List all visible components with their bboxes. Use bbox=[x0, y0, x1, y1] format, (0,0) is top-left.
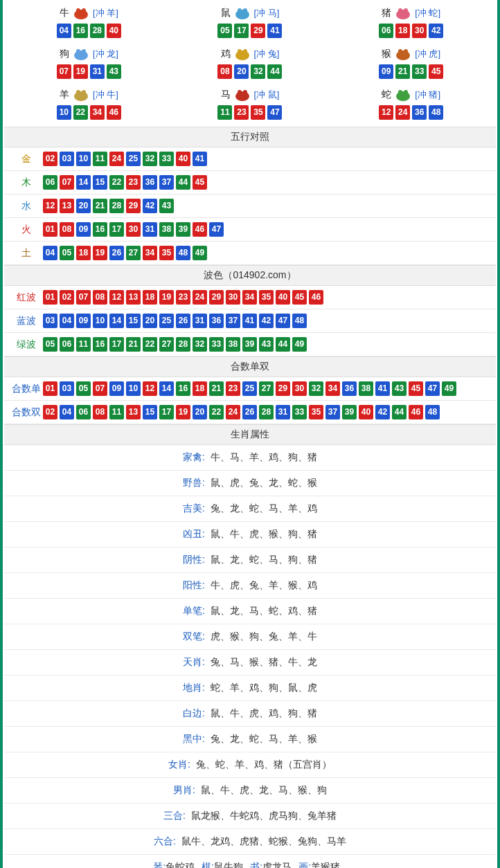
ball: 29 bbox=[126, 199, 141, 213]
ball: 15 bbox=[126, 314, 141, 328]
attribute-value: 兔、蛇、羊、鸡、猪（五宫肖） bbox=[196, 759, 332, 770]
ball: 43 bbox=[259, 337, 274, 352]
ball: 24 bbox=[226, 405, 240, 419]
svg-point-11 bbox=[82, 49, 86, 53]
ball: 30 bbox=[292, 381, 307, 396]
zodiac-name: 鼠 bbox=[221, 7, 231, 19]
ball: 08 bbox=[60, 222, 74, 237]
multi-val: 羊猴猪 bbox=[311, 861, 340, 868]
ball: 36 bbox=[342, 381, 357, 396]
ball: 49 bbox=[442, 381, 456, 396]
ball: 14 bbox=[76, 175, 91, 190]
zodiac-cell-pig: 猪 [冲 蛇] 06183042 bbox=[332, 3, 490, 42]
ball: 10 bbox=[57, 105, 71, 120]
attribute-key: 地肖: bbox=[183, 682, 205, 693]
svg-point-14 bbox=[243, 49, 247, 53]
table-row: 火 0108091617303138394647 bbox=[4, 218, 496, 242]
svg-point-2 bbox=[82, 8, 86, 12]
svg-point-16 bbox=[398, 49, 402, 53]
table-row: 金 02031011242532334041 bbox=[4, 147, 496, 171]
ball: 33 bbox=[412, 64, 427, 79]
multi-key: 棋: bbox=[202, 861, 214, 868]
zodiac-head: 羊 [冲 牛] bbox=[60, 87, 118, 102]
ball: 49 bbox=[292, 337, 307, 352]
attribute-key: 双笔: bbox=[183, 631, 205, 642]
ball: 31 bbox=[90, 64, 105, 79]
multi-val: 兔蛇鸡 bbox=[166, 861, 195, 868]
multi-key: 琴: bbox=[153, 861, 166, 868]
ball: 19 bbox=[93, 246, 107, 260]
attribute-value: 蛇、羊、鸡、狗、鼠、虎 bbox=[211, 682, 317, 693]
ball-row: 08203244 bbox=[171, 64, 330, 79]
ball: 32 bbox=[309, 381, 323, 396]
ball: 05 bbox=[76, 381, 91, 396]
ball: 06 bbox=[60, 337, 74, 352]
svg-point-3 bbox=[235, 10, 249, 19]
svg-point-23 bbox=[243, 90, 247, 94]
ball: 28 bbox=[259, 405, 274, 419]
heshu-rows: 合数单 010305070910121416182123252729303234… bbox=[4, 377, 496, 424]
ball: 42 bbox=[143, 199, 157, 213]
attribute-line: 双笔: 虎、猴、狗、兔、羊、牛 bbox=[4, 624, 496, 650]
zodiac-name: 狗 bbox=[60, 48, 69, 60]
attribute-line: 野兽: 鼠、虎、兔、龙、蛇、猴 bbox=[4, 471, 496, 496]
attribute-key: 野兽: bbox=[183, 477, 205, 488]
zodiac-cell-snake: 蛇 [冲 猪] 12243648 bbox=[332, 84, 490, 124]
zodiac-chong: [冲 鼠] bbox=[254, 89, 280, 101]
ball: 01 bbox=[43, 222, 57, 237]
ball: 18 bbox=[76, 246, 91, 260]
svg-point-17 bbox=[404, 49, 408, 53]
ball-row: 11233547 bbox=[171, 105, 330, 120]
zodiac-name: 牛 bbox=[60, 7, 69, 19]
ball: 17 bbox=[109, 222, 124, 237]
ball: 48 bbox=[292, 314, 307, 328]
ball: 38 bbox=[226, 337, 240, 352]
attribute-key: 凶丑: bbox=[183, 528, 205, 539]
row-label: 蓝波 bbox=[10, 315, 43, 327]
attribute-key: 六合: bbox=[154, 835, 176, 847]
attribute-value: 鼠、龙、马、蛇、鸡、猪 bbox=[211, 605, 317, 616]
ball: 10 bbox=[126, 381, 141, 396]
monkey-icon bbox=[393, 46, 413, 62]
ball: 40 bbox=[359, 405, 373, 419]
svg-point-1 bbox=[76, 8, 80, 12]
zodiac-chong: [冲 牛] bbox=[93, 89, 118, 101]
section-header-shuxing: 生肖属性 bbox=[4, 424, 496, 445]
ball: 31 bbox=[276, 405, 290, 419]
ball-row: 12243648 bbox=[332, 105, 490, 120]
attribute-value: 鼠、牛、虎、鸡、狗、猪 bbox=[211, 707, 317, 718]
attribute-value: 牛、虎、兔、羊、猴、鸡 bbox=[211, 579, 317, 590]
ball: 49 bbox=[193, 246, 207, 260]
ball: 34 bbox=[242, 290, 257, 305]
zodiac-head: 蛇 [冲 猪] bbox=[382, 87, 440, 102]
ball: 06 bbox=[379, 24, 393, 38]
ball: 12 bbox=[379, 105, 393, 120]
ball: 37 bbox=[159, 175, 174, 190]
zodiac-name: 马 bbox=[221, 89, 231, 101]
ball: 47 bbox=[209, 222, 224, 237]
ball: 29 bbox=[251, 24, 265, 38]
zodiac-cell-goat: 羊 [冲 牛] 10223446 bbox=[10, 84, 168, 124]
row-label: 木 bbox=[10, 177, 43, 189]
zodiac-chong: [冲 羊] bbox=[93, 7, 118, 19]
zodiac-head: 猴 [冲 虎] bbox=[382, 46, 440, 62]
svg-point-24 bbox=[396, 91, 410, 101]
ball: 22 bbox=[143, 337, 157, 352]
zodiac-chong: [冲 兔] bbox=[254, 48, 280, 60]
ball: 44 bbox=[276, 337, 290, 352]
rat-icon bbox=[232, 6, 253, 21]
table-row: 绿波 05061116172122272832333839434449 bbox=[4, 333, 496, 356]
ball: 04 bbox=[60, 405, 74, 419]
section-header-heshu: 合数单双 bbox=[4, 356, 496, 377]
ball: 27 bbox=[126, 246, 141, 260]
ball-row: 0102070812131819232429303435404546 bbox=[43, 290, 323, 305]
ball: 25 bbox=[242, 381, 257, 396]
ball: 45 bbox=[292, 290, 307, 305]
attribute-line: 家禽: 牛、马、羊、鸡、狗、猪 bbox=[4, 445, 496, 471]
ball: 03 bbox=[43, 314, 57, 328]
ball: 08 bbox=[93, 405, 107, 419]
row-label: 火 bbox=[10, 224, 43, 236]
ball: 39 bbox=[242, 337, 257, 352]
section-header-bose: 波色（014902.com） bbox=[4, 265, 496, 286]
ball-row: 0204060811131517192022242628313335373940… bbox=[43, 405, 440, 419]
